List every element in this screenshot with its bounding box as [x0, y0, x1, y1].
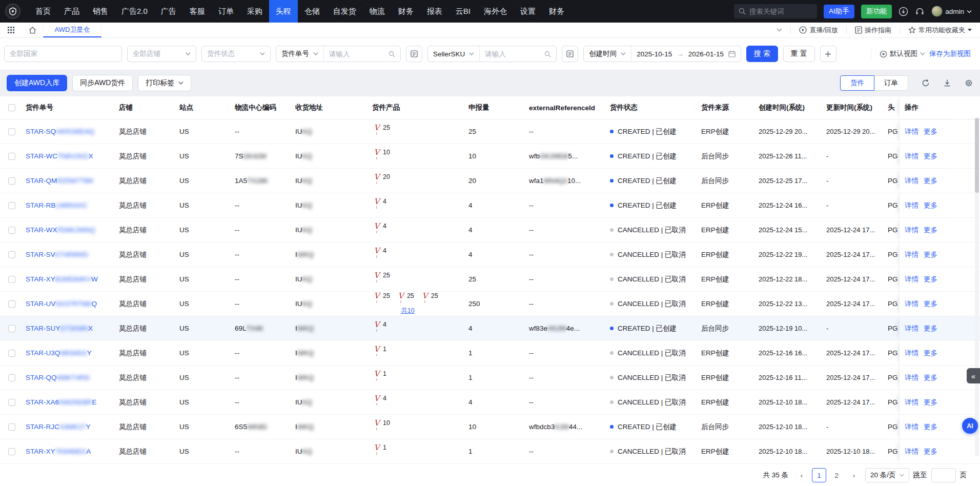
more-link[interactable]: 更多 — [924, 447, 937, 456]
country-filter[interactable]: 全部国家 — [4, 46, 122, 62]
more-link[interactable]: 更多 — [924, 373, 937, 382]
more-link[interactable]: 更多 — [924, 324, 937, 333]
prev-page-button[interactable]: ‹ — [794, 468, 809, 482]
batch-search-button[interactable] — [562, 46, 578, 62]
detail-link[interactable]: 详情 — [905, 250, 918, 259]
shipment-id-link[interactable]: STAR-WCTN8V2KDX — [26, 152, 93, 160]
collapse-panel-handle[interactable]: « — [967, 368, 980, 383]
nav-item[interactable]: 自发货 — [326, 0, 363, 23]
create-awd-inbound-button[interactable]: 创建AWD入库 — [7, 75, 67, 91]
search-button[interactable]: 搜 索 — [746, 46, 778, 62]
shipment-id-link[interactable]: STAR-WXPD6K2MNQ — [26, 226, 95, 234]
default-view-select[interactable]: 默认视图 — [880, 49, 925, 58]
more-link[interactable]: 更多 — [924, 127, 937, 136]
nav-item[interactable]: 客服 — [183, 0, 212, 23]
row-checkbox[interactable] — [8, 325, 15, 332]
more-link[interactable]: 更多 — [924, 152, 937, 161]
shipment-id-link[interactable]: STAR-RBLM8N3XC — [26, 201, 88, 209]
nav-item[interactable]: 设置 — [514, 0, 542, 23]
product-item[interactable]: Vi20 — [372, 173, 390, 189]
app-launcher-button[interactable] — [0, 23, 22, 37]
detail-link[interactable]: 详情 — [905, 398, 918, 407]
shipment-id-link[interactable]: STAR-XYB2MD84KVW — [26, 275, 98, 283]
shipment-id-link[interactable]: STAR-RJCX4MK27Y — [26, 423, 91, 431]
sync-awd-shipment-button[interactable]: 同步AWD货件 — [72, 75, 133, 91]
product-item[interactable]: Vi1 — [372, 346, 386, 361]
row-checkbox[interactable] — [8, 177, 15, 185]
detail-link[interactable]: 详情 — [905, 275, 918, 284]
nav-item[interactable]: 仓储 — [298, 0, 326, 23]
vertical-scrollbar[interactable] — [975, 118, 979, 456]
product-item[interactable]: Vi1 — [372, 444, 386, 459]
detail-link[interactable]: 详情 — [905, 127, 918, 136]
detail-link[interactable]: 详情 — [905, 176, 918, 186]
time-field-select[interactable]: 创建时间 — [584, 46, 631, 62]
shipment-status-filter[interactable]: 货件状态 — [201, 46, 271, 62]
detail-link[interactable]: 详情 — [905, 152, 918, 161]
shipment-id-link[interactable]: STAR-SVKT4R8WD — [26, 251, 88, 258]
product-item[interactable]: Vi25 — [372, 292, 390, 308]
shipment-id-link[interactable]: STAR-QQW8KT4RD — [26, 374, 90, 381]
nav-item[interactable]: 头程 — [269, 0, 298, 23]
nav-item[interactable]: 采购 — [240, 0, 269, 23]
nav-item[interactable]: 产品 — [57, 0, 86, 23]
product-item[interactable]: Vi4 — [372, 198, 386, 213]
row-checkbox[interactable] — [8, 399, 15, 406]
detail-link[interactable]: 详情 — [905, 201, 918, 210]
table-settings-button[interactable] — [965, 79, 973, 87]
add-filter-button[interactable] — [820, 46, 836, 62]
product-item[interactable]: Vi4 — [372, 321, 386, 336]
product-item[interactable]: Vi25 — [372, 272, 390, 287]
row-checkbox[interactable] — [8, 374, 15, 381]
more-link[interactable]: 更多 — [924, 275, 937, 284]
page-size-select[interactable]: 20 条/页 — [865, 468, 909, 482]
nav-item[interactable]: 海外仓 — [477, 0, 514, 23]
toggle-order-tab[interactable]: 订单 — [874, 75, 908, 91]
products-more-link[interactable]: 共10 — [401, 307, 414, 315]
scrollbar-thumb[interactable] — [975, 118, 979, 193]
product-item[interactable]: Vi25 — [420, 292, 438, 308]
nav-item[interactable]: 财务 — [542, 0, 571, 23]
global-search-input[interactable] — [749, 8, 806, 15]
page-number-button[interactable]: 2 — [829, 468, 844, 482]
more-link[interactable]: 更多 — [924, 299, 937, 309]
detail-link[interactable]: 详情 — [905, 299, 918, 309]
headset-support-icon[interactable] — [915, 7, 925, 16]
toggle-shipment-tab[interactable]: 货件 — [840, 75, 874, 91]
favorites-menu[interactable]: 常用功能收藏夹 — [908, 26, 972, 35]
ai-floating-button[interactable]: AI — [962, 418, 978, 434]
more-link[interactable]: 更多 — [924, 226, 937, 235]
nav-item[interactable]: 广告 — [154, 0, 183, 23]
detail-link[interactable]: 详情 — [905, 447, 918, 456]
refresh-button[interactable] — [922, 79, 930, 87]
select-all-checkbox[interactable] — [8, 104, 15, 111]
jump-page-input[interactable] — [931, 468, 956, 482]
next-page-button[interactable]: › — [847, 468, 861, 482]
product-item[interactable]: Vi4 — [372, 222, 386, 238]
row-checkbox[interactable] — [8, 251, 15, 258]
tab-awd-warehouse[interactable]: AWD卫星仓 — [43, 23, 101, 37]
shipment-no-field-select[interactable]: 货件单号 — [276, 46, 323, 62]
nav-item[interactable]: 云BI — [449, 0, 477, 23]
row-checkbox[interactable] — [8, 227, 15, 234]
shop-filter[interactable]: 全部店铺 — [127, 46, 196, 62]
batch-search-button[interactable] — [406, 46, 422, 62]
reset-button[interactable]: 重 置 — [783, 46, 815, 62]
nav-item[interactable]: 销售 — [86, 0, 115, 23]
more-link[interactable]: 更多 — [924, 349, 937, 358]
row-checkbox[interactable] — [8, 153, 15, 160]
shipment-no-input[interactable] — [329, 50, 384, 58]
more-link[interactable]: 更多 — [924, 176, 937, 186]
chevron-down-icon[interactable] — [777, 28, 782, 32]
product-item[interactable]: Vi1 — [372, 370, 386, 386]
shipment-id-link[interactable]: STAR-XYTK84MD2A — [26, 448, 91, 455]
home-button[interactable] — [22, 23, 43, 37]
date-range-picker[interactable]: 2025-10-15 → 2026-01-15 — [631, 46, 741, 62]
print-label-button[interactable]: 打印标签 — [138, 75, 191, 91]
more-link[interactable]: 更多 — [924, 250, 937, 259]
product-item[interactable]: Vi10 — [372, 149, 390, 164]
nav-item[interactable]: 广告2.0 — [115, 0, 154, 23]
sku-field-select[interactable]: SellerSKU — [428, 46, 479, 62]
product-item[interactable]: Vi10 — [372, 419, 390, 435]
page-number-button[interactable]: 1 — [812, 468, 826, 482]
